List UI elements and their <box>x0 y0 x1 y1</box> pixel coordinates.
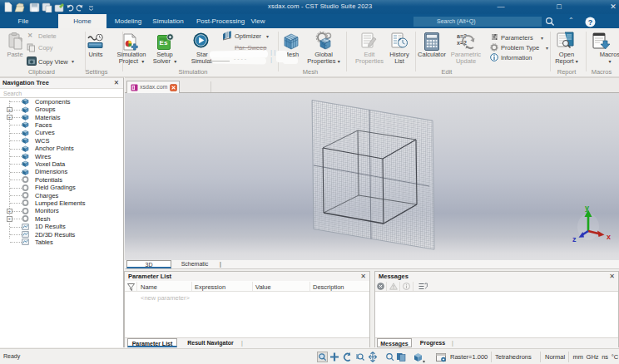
svg-text:z: z <box>572 235 577 243</box>
svg-text:y: y <box>585 204 589 212</box>
svg-text:x: x <box>607 233 611 241</box>
svg-text:Es: Es <box>160 39 168 47</box>
svg-text:?: ? <box>588 17 593 26</box>
